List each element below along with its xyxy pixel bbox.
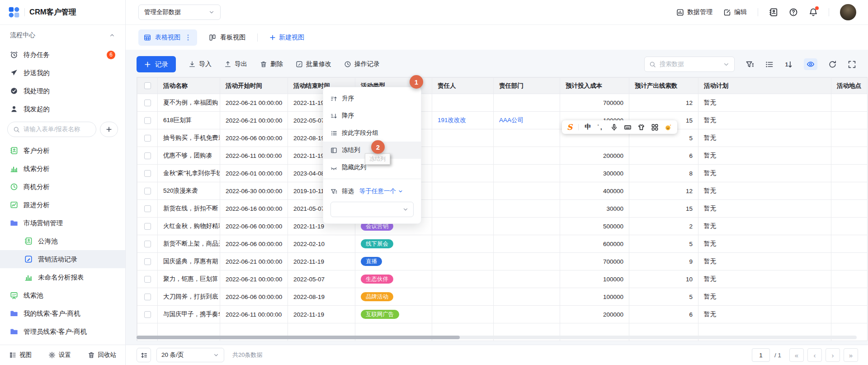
cell-owner[interactable]: 191改改改: [432, 112, 494, 129]
checkbox[interactable]: [144, 276, 151, 283]
row-checkbox-cell[interactable]: [137, 129, 158, 147]
filter-icon[interactable]: [745, 60, 754, 69]
last-page-button[interactable]: »: [844, 348, 858, 362]
visibility-toggle[interactable]: [804, 58, 817, 70]
checkbox[interactable]: [144, 82, 151, 89]
record-link[interactable]: 191改改改: [438, 117, 466, 123]
checkbox[interactable]: [144, 294, 151, 300]
checkbox[interactable]: [144, 188, 151, 194]
sidebar-item-待办任务[interactable]: 待办任务6: [0, 46, 125, 64]
row-checkbox-cell[interactable]: [137, 94, 158, 112]
row-checkbox-cell[interactable]: [137, 218, 158, 235]
checkbox[interactable]: [144, 135, 151, 142]
field-list-icon[interactable]: [765, 60, 774, 69]
notifications-button[interactable]: [809, 8, 818, 17]
row-checkbox-cell[interactable]: [137, 200, 158, 218]
data-scope-select[interactable]: 管理全部数据: [138, 5, 221, 20]
column-header-责任部门[interactable]: 责任部门: [494, 78, 560, 94]
filter-condition-link[interactable]: 等于任意一个: [359, 187, 408, 195]
checkbox[interactable]: [144, 117, 151, 124]
sidebar-item-市场营销管理[interactable]: 市场营销管理: [0, 214, 125, 232]
data-manage-button[interactable]: 数据管理: [676, 8, 712, 16]
microphone-icon[interactable]: [610, 123, 618, 131]
toolbar-批量修改-button[interactable]: 批量修改: [296, 60, 331, 68]
toolbar-删除-button[interactable]: 删除: [260, 60, 283, 68]
row-height-button[interactable]: [137, 348, 151, 362]
sogou-logo-icon[interactable]: S: [567, 123, 572, 131]
sidebar-item-线索池[interactable]: 线索池: [0, 286, 125, 304]
cn-mode-icon[interactable]: 中: [585, 123, 591, 131]
row-checkbox-cell[interactable]: [137, 253, 158, 270]
filter-value-select[interactable]: [330, 202, 414, 217]
checkbox[interactable]: [144, 223, 151, 230]
toolbar-导出-button[interactable]: 导出: [224, 60, 247, 68]
row-checkbox-cell[interactable]: [137, 306, 158, 323]
tab-table-view[interactable]: 表格视图: [138, 29, 197, 46]
sidebar-item-线索分析[interactable]: 线索分析: [0, 160, 125, 178]
sidebar-search-input[interactable]: 请输入表单/报表名称: [7, 122, 96, 137]
cell-department[interactable]: AAA公司: [494, 112, 560, 129]
column-header-活动地点[interactable]: 活动地点: [831, 78, 868, 94]
sidebar-item-我处理的[interactable]: 我处理的: [0, 82, 125, 100]
row-checkbox-cell[interactable]: [137, 270, 158, 288]
sidebar-item-未命名分析报表[interactable]: 未命名分析报表: [0, 268, 125, 286]
first-page-button[interactable]: «: [789, 348, 804, 362]
sort-icon[interactable]: 1: [784, 60, 793, 69]
menu-item-升序[interactable]: 升序: [323, 90, 421, 107]
column-header-活动开始时间[interactable]: 活动开始时间: [220, 78, 288, 94]
checkbox[interactable]: [144, 100, 151, 106]
sidebar-item-我发起的[interactable]: 我发起的: [0, 100, 125, 118]
next-page-button[interactable]: ›: [826, 348, 840, 362]
checkbox[interactable]: [144, 170, 151, 177]
menu-item-降序[interactable]: 降序: [323, 107, 421, 124]
user-avatar[interactable]: [840, 4, 856, 20]
sidebar-item-商机分析[interactable]: 商机分析: [0, 178, 125, 196]
refresh-icon[interactable]: [828, 60, 837, 69]
prev-page-button[interactable]: ‹: [807, 348, 822, 362]
table-search-input[interactable]: 搜索数据: [644, 57, 735, 72]
sidebar-item-公海池[interactable]: 公海池: [0, 232, 125, 250]
add-form-button[interactable]: [100, 122, 118, 137]
sidebar-item-我的线索-客户-商机[interactable]: 我的线索-客户-商机: [0, 304, 125, 322]
add-record-button[interactable]: 记录: [137, 56, 176, 72]
sidebar-item-抄送我的[interactable]: 抄送我的: [0, 64, 125, 82]
row-checkbox-cell[interactable]: [137, 288, 158, 306]
menu-item-按此字段分组[interactable]: 按此字段分组: [323, 124, 421, 142]
tab-kanban-view[interactable]: 看板视图: [209, 33, 245, 42]
bottom-回收站-button[interactable]: 回收站: [88, 351, 117, 359]
select-all-checkbox[interactable]: [137, 78, 158, 94]
checkbox[interactable]: [144, 311, 151, 318]
new-view-button[interactable]: 新建视图: [269, 33, 304, 42]
checkbox[interactable]: [144, 205, 151, 212]
bottom-视图-button[interactable]: 视图: [9, 351, 32, 359]
sidebar-item-客户分析[interactable]: 客户分析: [0, 142, 125, 160]
fullscreen-icon[interactable]: [848, 60, 856, 69]
bottom-设置-button[interactable]: 设置: [48, 351, 71, 359]
contacts-button[interactable]: [769, 8, 778, 17]
column-header-活动计划[interactable]: 活动计划: [698, 78, 831, 94]
column-header-预计产出线索数[interactable]: 预计产出线索数: [629, 78, 698, 94]
sidebar-section-process[interactable]: 流程中心: [0, 25, 125, 46]
toolbox-icon[interactable]: [651, 123, 659, 131]
sidebar-item-管理员线索-客户-商机[interactable]: 管理员线索-客户-商机: [0, 322, 125, 341]
column-header-活动名称[interactable]: 活动名称: [158, 78, 220, 94]
edit-button[interactable]: 编辑: [723, 8, 747, 16]
checkbox[interactable]: [144, 258, 151, 265]
checkbox[interactable]: [144, 241, 151, 247]
chevron-up-icon[interactable]: [109, 32, 115, 38]
keyboard-icon[interactable]: [624, 123, 632, 131]
toolbar-操作记录-button[interactable]: 操作记录: [344, 60, 380, 68]
checkbox[interactable]: [144, 152, 151, 159]
toolbar-导入-button[interactable]: 导入: [189, 60, 212, 68]
column-header-责任人[interactable]: 责任人: [432, 78, 494, 94]
row-checkbox-cell[interactable]: [137, 235, 158, 253]
punctuation-icon[interactable]: °,: [597, 123, 604, 131]
row-checkbox-cell[interactable]: [137, 112, 158, 129]
column-header-预计投入成本[interactable]: 预计投入成本: [560, 78, 629, 94]
more-dots-icon[interactable]: [184, 34, 192, 41]
hscrollbar-thumb[interactable]: [137, 336, 460, 339]
page-size-select[interactable]: 20 条/页: [156, 348, 224, 362]
record-link[interactable]: AAA公司: [499, 117, 524, 123]
row-checkbox-cell[interactable]: [137, 165, 158, 182]
skin-icon[interactable]: [637, 123, 645, 131]
